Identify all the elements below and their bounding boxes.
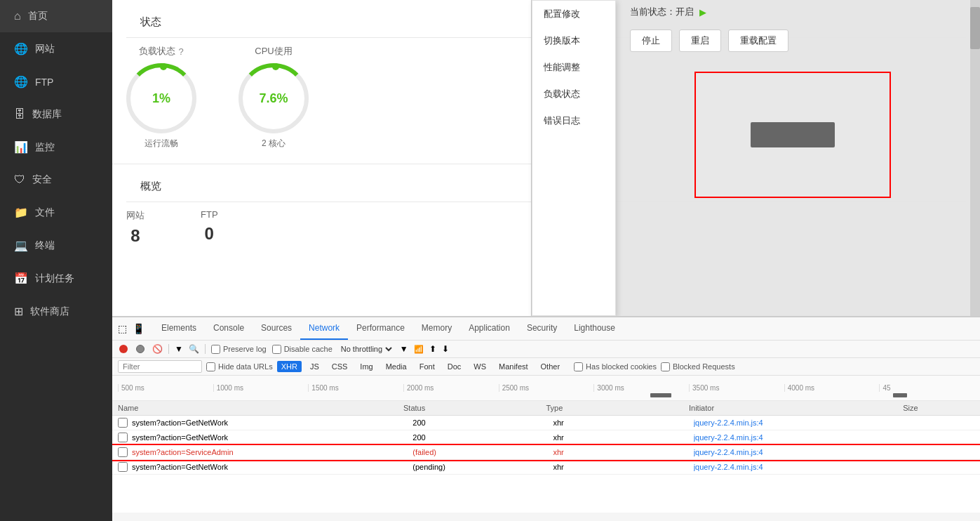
tab-console[interactable]: Console xyxy=(205,317,253,340)
blocked-requests-label: Blocked Requests xyxy=(661,362,735,371)
filter-tag-doc[interactable]: Doc xyxy=(443,361,466,372)
tab-elements[interactable]: Elements xyxy=(153,317,205,340)
filter-input[interactable] xyxy=(118,360,202,373)
timeline-marker: 500 ms xyxy=(118,384,213,392)
timeline-marker: 45 xyxy=(879,384,974,392)
devtools-tabs: ⬚ 📱 ElementsConsoleSourcesNetworkPerform… xyxy=(112,317,980,341)
timeline-marker: 2000 ms xyxy=(403,384,499,392)
cpu-value: 7.6% xyxy=(259,91,288,106)
filter-tag-xhr[interactable]: XHR xyxy=(277,361,302,372)
download-icon[interactable]: ⬇ xyxy=(442,344,449,354)
filter-tag-ws[interactable]: WS xyxy=(469,361,490,372)
tab-network[interactable]: Network xyxy=(300,317,348,340)
right-scrollbar[interactable] xyxy=(970,0,980,316)
sidebar-item-security[interactable]: 🛡安全 xyxy=(0,164,112,196)
filter-tag-img[interactable]: Img xyxy=(356,361,377,372)
header-name[interactable]: Name xyxy=(118,404,403,412)
disable-cache-label: Disable cache xyxy=(272,345,333,354)
stop-button[interactable]: 停止 xyxy=(630,29,672,52)
filter-tag-js[interactable]: JS xyxy=(306,361,323,372)
sidebar-item-database[interactable]: 🗄数据库 xyxy=(0,98,112,131)
search-icon[interactable]: 🔍 xyxy=(189,344,199,354)
timeline-marker: 4000 ms xyxy=(784,384,880,392)
table-row[interactable]: system?action=GetNetWork 200 xhr jquery-… xyxy=(112,430,980,445)
header-initiator[interactable]: Initiator xyxy=(689,404,903,412)
timeline-marker: 3000 ms xyxy=(593,384,689,392)
timeline-bar-2 xyxy=(893,393,907,397)
red-box-content xyxy=(751,122,835,147)
menu-item-switch-version[interactable]: 切换版本 xyxy=(532,27,615,54)
menu-item-error-log[interactable]: 错误日志 xyxy=(532,107,615,134)
tab-lighthouse[interactable]: Lighthouse xyxy=(565,317,624,340)
blocked-requests-checkbox[interactable] xyxy=(661,362,670,371)
sidebar-item-appstore[interactable]: ⊞软件商店 xyxy=(0,295,112,328)
sidebar-item-files[interactable]: 📁文件 xyxy=(0,196,112,229)
preserve-log-checkbox[interactable] xyxy=(211,345,220,354)
table-row[interactable]: system?action=GetNetWork 200 xhr jquery-… xyxy=(112,416,980,430)
filter-tag-font[interactable]: Font xyxy=(415,361,439,372)
row-checkbox-row4[interactable] xyxy=(118,462,128,472)
timeline-markers: 500 ms1000 ms1500 ms2000 ms2500 ms3000 m… xyxy=(118,384,974,392)
filter-icon[interactable]: ▼ xyxy=(175,344,183,354)
dropdown-menu: 配置修改切换版本性能调整负载状态错误日志 xyxy=(532,0,616,316)
cell-name-row4: system?action=GetNetWork xyxy=(132,463,412,471)
devtools-panel: ⬚ 📱 ElementsConsoleSourcesNetworkPerform… xyxy=(112,316,980,513)
clear-button[interactable]: 🚫 xyxy=(152,343,163,355)
throttle-select[interactable]: No throttling xyxy=(338,344,394,354)
overview-value-网站: 8 xyxy=(130,226,140,246)
sidebar-item-scheduled[interactable]: 📅计划任务 xyxy=(0,262,112,295)
menu-item-config-modify[interactable]: 配置修改 xyxy=(532,1,615,27)
table-row[interactable]: system?action=GetNetWork (pending) xhr j… xyxy=(112,460,980,475)
tab-memory[interactable]: Memory xyxy=(413,317,460,340)
help-icon[interactable]: ? xyxy=(178,46,183,57)
sidebar-item-terminal[interactable]: 💻终端 xyxy=(0,229,112,262)
network-table: NameStatusTypeInitiatorSize system?actio… xyxy=(112,401,980,513)
row-checkbox-row1[interactable] xyxy=(118,418,128,428)
sidebar-item-website[interactable]: 🌐网站 xyxy=(0,32,112,65)
cell-name-row1: system?action=GetNetWork xyxy=(132,418,412,427)
header-status[interactable]: Status xyxy=(403,404,546,412)
tab-performance[interactable]: Performance xyxy=(348,317,413,340)
filter-tag-other[interactable]: Other xyxy=(537,361,565,372)
cpu-gauge: CPU使用 7.6% 2 核心 xyxy=(239,45,309,150)
sidebar-item-ftp[interactable]: 🌐FTP xyxy=(0,65,112,98)
overview-value-FTP: 0 xyxy=(205,224,214,244)
row-checkbox-row2[interactable] xyxy=(118,433,128,442)
disable-cache-checkbox[interactable] xyxy=(272,345,281,354)
tab-application[interactable]: Application xyxy=(460,317,518,340)
right-scrollbar-thumb[interactable] xyxy=(970,7,980,49)
right-content: 当前状态：开启 ▶ 停止重启重载配置 xyxy=(616,0,969,316)
has-blocked-cookies-checkbox[interactable] xyxy=(574,362,583,371)
filter-tag-css[interactable]: CSS xyxy=(328,361,352,372)
hide-data-urls-checkbox[interactable] xyxy=(206,362,215,371)
sidebar-item-home[interactable]: ⌂首页 xyxy=(0,0,112,32)
sidebar-item-monitor[interactable]: 📊监控 xyxy=(0,131,112,164)
content-area: 状态 负载状态 ? 1% 运行流畅 CPU使用 xyxy=(112,0,980,521)
device-icon[interactable]: 📱 xyxy=(133,323,145,334)
wifi-icon: 📶 xyxy=(414,345,424,354)
filter-tag-manifest[interactable]: Manifest xyxy=(495,361,532,372)
cell-type-row4: xhr xyxy=(553,463,694,471)
reload-config-button[interactable]: 重载配置 xyxy=(728,29,788,52)
tab-security[interactable]: Security xyxy=(518,317,565,340)
restart-button[interactable]: 重启 xyxy=(679,29,721,52)
table-row[interactable]: system?action=ServiceAdmin (failed) xhr … xyxy=(112,445,980,460)
sidebar-label-security: 安全 xyxy=(32,173,52,186)
header-size[interactable]: Size xyxy=(903,404,974,412)
timeline-marker: 1500 ms xyxy=(308,384,403,392)
tab-sources[interactable]: Sources xyxy=(253,317,300,340)
status-arrow-icon: ▶ xyxy=(699,7,706,18)
upload-icon[interactable]: ⬆ xyxy=(429,344,436,354)
sidebar-label-scheduled: 计划任务 xyxy=(35,272,74,285)
header-type[interactable]: Type xyxy=(546,404,690,412)
record-button[interactable] xyxy=(118,343,129,355)
menu-item-perf-tuning[interactable]: 性能调整 xyxy=(532,54,615,81)
sidebar-icon-home: ⌂ xyxy=(14,10,21,22)
cell-status-row4: (pending) xyxy=(412,463,553,471)
inspect-icon[interactable]: ⬚ xyxy=(118,323,127,334)
menu-item-load-status[interactable]: 负载状态 xyxy=(532,81,615,107)
row-checkbox-row3[interactable] xyxy=(118,447,128,457)
sidebar-icon-website: 🌐 xyxy=(14,42,28,55)
filter-tag-media[interactable]: Media xyxy=(382,361,411,372)
stop-record-button[interactable] xyxy=(135,343,146,355)
